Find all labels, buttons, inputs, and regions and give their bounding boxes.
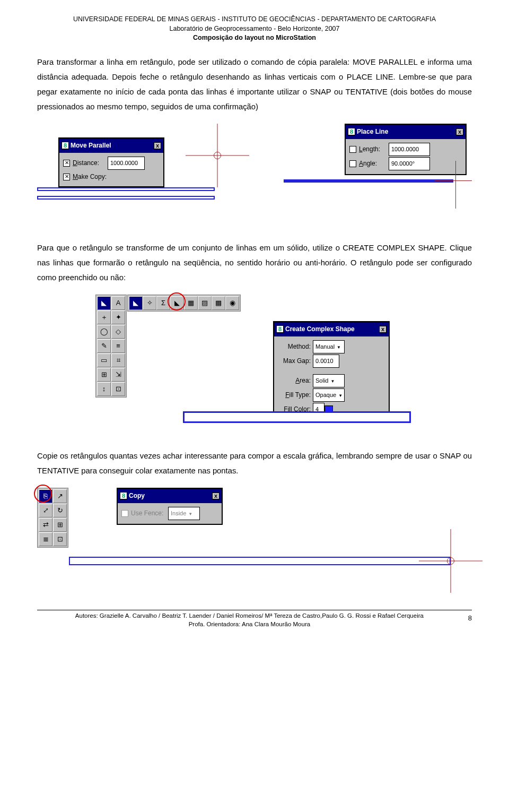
tool-icon[interactable]: ⇄ <box>39 518 52 532</box>
tool-icon[interactable]: ＋ <box>97 310 111 324</box>
document-header: UNIVERSIDADE FEDERAL DE MINAS GERAIS - I… <box>37 15 472 43</box>
tool-icon[interactable]: ◣ <box>97 296 111 310</box>
close-icon[interactable]: x <box>456 128 463 135</box>
method-dropdown[interactable]: Manual <box>313 340 345 353</box>
maxgap-label: Max Gap: <box>278 355 311 367</box>
tool-icon[interactable]: ▨ <box>198 296 212 310</box>
tool-icon[interactable]: ✎ <box>97 339 111 353</box>
main-tool-palette[interactable]: ◣ A ＋ ✦ ◯ ◇ ✎ ≡ ▭ ⌗ ⊞ ⇲ ↕ ⊡ <box>95 295 127 398</box>
place-line-title: Place Line <box>357 128 388 135</box>
tool-icon[interactable]: ⌗ <box>111 353 125 367</box>
tool-icon[interactable]: ▭ <box>97 353 111 367</box>
angle-input[interactable]: 90.0000° <box>389 157 430 170</box>
place-line-dialog: 8Place Line x Length: Length: 1000.0000 … <box>345 124 467 175</box>
blue-line-bottom <box>37 196 215 200</box>
distance-checkbox[interactable] <box>63 160 70 167</box>
tool-icon[interactable]: ⊞ <box>97 368 111 382</box>
paragraph-2: Para que o retângulo se transforme de um… <box>37 240 472 285</box>
close-icon[interactable]: x <box>212 493 220 499</box>
tool-icon[interactable]: ⊞ <box>53 518 67 532</box>
usefence-dropdown: Inside <box>168 507 200 520</box>
close-icon[interactable]: x <box>154 142 161 149</box>
header-line-2: Laboratório de Geoprocessamento - Belo H… <box>37 24 472 34</box>
create-complex-shape-dialog: 8Create Complex Shape x Method:Manual Ma… <box>273 321 390 420</box>
long-blue-outline-bar <box>69 557 451 565</box>
maxgap-input[interactable]: 0.0010 <box>313 355 339 368</box>
close-icon[interactable]: x <box>379 326 387 333</box>
tool-icon[interactable]: ≡ <box>111 339 125 353</box>
usefence-label: Use Fence: <box>131 507 168 520</box>
app-logo-icon: 8 <box>120 492 127 499</box>
figure-cluster-3: ⎘ ↗ ⤢ ↻ ⇄ ⊞ ≣ ⊡ 8Copy x Use Fence: Insi <box>37 488 472 594</box>
tool-icon[interactable]: ◯ <box>97 325 111 339</box>
app-logo-icon: 8 <box>348 128 355 135</box>
crosshair-cursor-icon <box>186 124 249 187</box>
tool-icon[interactable]: ✧ <box>143 296 156 310</box>
tool-icon[interactable]: ↻ <box>53 504 67 517</box>
angle-checkbox[interactable] <box>349 160 356 167</box>
paragraph-3: Copie os retângulos quantas vezes achar … <box>37 448 472 478</box>
move-parallel-dialog: 8Move Parallel x DDistance:istance: 1000… <box>58 137 164 187</box>
distance-input[interactable]: 1000.0000 <box>108 157 145 170</box>
tool-icon[interactable]: ✦ <box>111 310 125 324</box>
document-footer: Autores: Grazielle A. Carvalho / Beatriz… <box>37 610 472 628</box>
length-input[interactable]: 1000.0000 <box>389 143 430 156</box>
tool-icon[interactable]: ⊡ <box>111 382 125 396</box>
method-label: Method: <box>278 341 311 353</box>
app-logo-icon: 8 <box>62 142 69 149</box>
distance-label: D <box>73 159 77 167</box>
red-vertical-line <box>455 161 456 209</box>
area-dropdown[interactable]: Solid <box>313 374 345 387</box>
tool-icon[interactable]: ↗ <box>53 489 67 503</box>
tool-icon[interactable]: ◇ <box>111 325 125 339</box>
footer-authors: Autores: Grazielle A. Carvalho / Beatriz… <box>37 612 462 620</box>
move-parallel-title: Move Parallel <box>71 142 111 149</box>
figure-row-1: 8Move Parallel x DDistance:istance: 1000… <box>37 124 472 235</box>
makecopy-checkbox[interactable] <box>63 174 70 180</box>
tool-icon[interactable]: ▦ <box>184 296 198 310</box>
tool-icon[interactable]: ⤢ <box>39 504 52 517</box>
tool-icon[interactable]: ≣ <box>39 532 52 546</box>
tool-icon[interactable]: A <box>111 296 125 310</box>
filltype-dropdown[interactable]: Opaque <box>313 388 345 402</box>
tool-icon[interactable]: ⇲ <box>111 368 125 382</box>
red-horizontal-line <box>435 180 472 181</box>
page-number: 8 <box>468 612 472 625</box>
tool-icon[interactable]: ◉ <box>225 296 239 310</box>
usefence-checkbox <box>121 510 128 517</box>
blue-line-top <box>37 187 215 191</box>
tool-icon[interactable]: ▩ <box>212 296 225 310</box>
copy-title: Copy <box>129 492 145 499</box>
paragraph-1: Para transformar a linha em retângulo, p… <box>37 55 472 114</box>
app-logo-icon: 8 <box>276 325 284 333</box>
blue-rectangle-outline <box>183 411 411 423</box>
figure-cluster-2: ◣ A ＋ ✦ ◯ ◇ ✎ ≡ ▭ ⌗ ⊞ ⇲ ↕ ⊡ ◣ ✧ Σ <box>37 295 472 443</box>
header-line-3: Composição do layout no MicroStation <box>37 33 472 43</box>
footer-advisor: Profa. Orientadora: Ana Clara Mourão Mou… <box>37 620 462 629</box>
crosshair-cursor-icon <box>419 529 482 593</box>
blue-segment <box>284 179 453 183</box>
ccs-title: Create Complex Shape <box>285 325 355 333</box>
copy-dialog: 8Copy x Use Fence: Inside <box>117 488 223 525</box>
tool-icon[interactable]: ◣ <box>129 296 143 310</box>
header-line-1: UNIVERSIDADE FEDERAL DE MINAS GERAIS - I… <box>37 15 472 24</box>
tool-icon[interactable]: ⊡ <box>53 532 67 546</box>
length-checkbox[interactable] <box>349 146 356 153</box>
tool-icon[interactable]: ↕ <box>97 382 111 396</box>
